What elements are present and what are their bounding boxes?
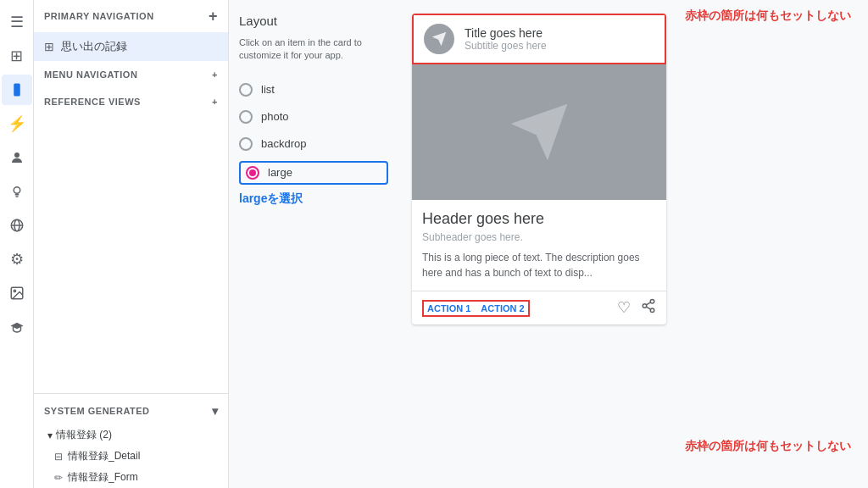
nav-item-icon: ⊞ bbox=[44, 40, 54, 53]
svg-point-8 bbox=[650, 300, 654, 304]
svg-point-10 bbox=[650, 308, 654, 313]
radio-photo[interactable]: photo bbox=[239, 107, 388, 127]
main-content: Layout Click on an item in the card to c… bbox=[229, 0, 868, 488]
svg-point-1 bbox=[14, 152, 19, 158]
layout-title: Layout bbox=[239, 14, 388, 28]
chevron-down-icon: ▾ bbox=[212, 404, 219, 418]
radio-backdrop[interactable]: backdrop bbox=[239, 134, 388, 154]
radio-large-circle bbox=[246, 166, 259, 180]
card-description: This is a long piece of text. The descri… bbox=[422, 250, 656, 280]
sub-item-form-label: 情報登録_Form bbox=[68, 470, 138, 485]
sidebar-divider bbox=[34, 393, 228, 394]
reference-views-label: REFERENCE VIEWS bbox=[44, 97, 141, 107]
menu-nav-header: MENU NAVIGATION + bbox=[34, 61, 228, 88]
card-image bbox=[412, 64, 666, 200]
card-preview: Title goes here Subtitle goes here Heade… bbox=[412, 14, 666, 324]
layout-panel: Layout Click on an item in the card to c… bbox=[229, 0, 868, 488]
graduation-icon[interactable] bbox=[2, 312, 32, 342]
layout-subtitle: Click on an item in the card to customiz… bbox=[239, 36, 388, 63]
radio-photo-label: photo bbox=[261, 110, 289, 123]
bolt-icon[interactable]: ⚡ bbox=[2, 108, 32, 139]
radio-backdrop-circle bbox=[239, 137, 253, 151]
favorite-icon[interactable]: ♡ bbox=[617, 298, 631, 318]
group-arrow-icon: ▾ bbox=[47, 430, 53, 441]
menu-icon[interactable]: ☰ bbox=[2, 7, 32, 37]
primary-nav-label: PRIMARY NAVIGATION bbox=[44, 11, 154, 21]
radio-large-label: large bbox=[268, 166, 292, 179]
form-icon: ✏ bbox=[54, 472, 63, 484]
settings-icon[interactable]: ⚙ bbox=[2, 244, 32, 274]
action1-button[interactable]: ACTION 1 bbox=[427, 303, 470, 313]
card-actions: ACTION 1 ACTION 2 ♡ bbox=[412, 291, 666, 324]
radio-list-circle bbox=[239, 83, 253, 97]
primary-nav-header: PRIMARY NAVIGATION + bbox=[34, 0, 228, 32]
annotation-top-right: 赤枠の箇所は何もセットしない bbox=[685, 8, 851, 24]
card-header-text-container: Title goes here Subtitle goes here bbox=[465, 26, 547, 52]
annotation-bottom-right: 赤枠の箇所は何もセットしない bbox=[685, 439, 851, 454]
layout-options: Layout Click on an item in the card to c… bbox=[229, 0, 398, 488]
svg-point-7 bbox=[14, 290, 15, 291]
primary-nav-add-button[interactable]: + bbox=[209, 8, 218, 24]
card-body: Header goes here Subheader goes here. Th… bbox=[412, 200, 666, 291]
annotation-top-right-text: 赤枠の箇所は何もセットしない bbox=[685, 8, 851, 22]
radio-list-label: list bbox=[261, 83, 275, 96]
sub-item-detail[interactable]: ⊟ 情報登録_Detail bbox=[34, 446, 228, 467]
card-icon-actions: ♡ bbox=[617, 298, 656, 318]
svg-point-9 bbox=[643, 304, 647, 308]
radio-list[interactable]: list bbox=[239, 80, 388, 100]
svg-line-11 bbox=[646, 307, 650, 309]
card-header[interactable]: Title goes here Subtitle goes here bbox=[412, 14, 666, 64]
system-generated-header[interactable]: SYSTEM GENERATED ▾ bbox=[34, 397, 228, 424]
share-icon[interactable] bbox=[641, 298, 656, 318]
card-preview-area: 赤枠の箇所は何もセットしない Title goes here Subtitle … bbox=[398, 0, 868, 488]
sub-item-detail-label: 情報登録_Detail bbox=[68, 449, 140, 463]
bulb-icon[interactable] bbox=[2, 176, 32, 207]
svg-line-12 bbox=[646, 302, 650, 305]
card-avatar bbox=[424, 24, 454, 54]
sidebar: PRIMARY NAVIGATION + ⊞ 思い出の記録 MENU NAVIG… bbox=[34, 0, 229, 488]
annotation-bottom-right-text: 赤枠の箇所は何もセットしない bbox=[685, 439, 851, 452]
sub-item-form[interactable]: ✏ 情報登録_Form bbox=[34, 467, 228, 488]
image-icon[interactable] bbox=[2, 278, 32, 308]
svg-rect-0 bbox=[14, 84, 20, 97]
card-title: Title goes here bbox=[465, 26, 547, 40]
radio-large[interactable]: large bbox=[239, 161, 388, 185]
group-item-label: 情報登録 (2) bbox=[56, 428, 112, 442]
system-generated-label: SYSTEM GENERATED bbox=[44, 406, 150, 416]
menu-nav-label: MENU NAVIGATION bbox=[44, 69, 137, 80]
person-icon[interactable] bbox=[2, 142, 32, 173]
card-action-buttons: ACTION 1 ACTION 2 bbox=[422, 300, 530, 317]
detail-icon: ⊟ bbox=[54, 451, 63, 463]
nav-item-label: 思い出の記録 bbox=[61, 39, 127, 54]
menu-nav-add-button[interactable]: + bbox=[212, 69, 218, 80]
reference-views-add-button[interactable]: + bbox=[212, 97, 218, 107]
action2-button[interactable]: ACTION 2 bbox=[481, 303, 524, 313]
nav-item-memories[interactable]: ⊞ 思い出の記録 bbox=[34, 32, 228, 61]
card-subheader: Subheader goes here. bbox=[422, 231, 656, 243]
card-subtitle: Subtitle goes here bbox=[465, 40, 547, 52]
svg-point-2 bbox=[14, 187, 20, 194]
radio-backdrop-label: backdrop bbox=[261, 137, 306, 150]
table-icon[interactable]: ⊞ bbox=[2, 41, 32, 71]
reference-views-header: REFERENCE VIEWS + bbox=[34, 88, 228, 115]
annotation-large: largeを選択 bbox=[239, 191, 388, 207]
phone-icon[interactable] bbox=[2, 75, 32, 105]
card-header-text2: Header goes here bbox=[422, 210, 656, 228]
globe-icon[interactable] bbox=[2, 210, 32, 241]
group-item-jouhou[interactable]: ▾ 情報登録 (2) bbox=[34, 424, 228, 446]
icon-bar: ☰ ⊞ ⚡ ⚙ bbox=[0, 0, 34, 488]
radio-photo-circle bbox=[239, 110, 253, 124]
